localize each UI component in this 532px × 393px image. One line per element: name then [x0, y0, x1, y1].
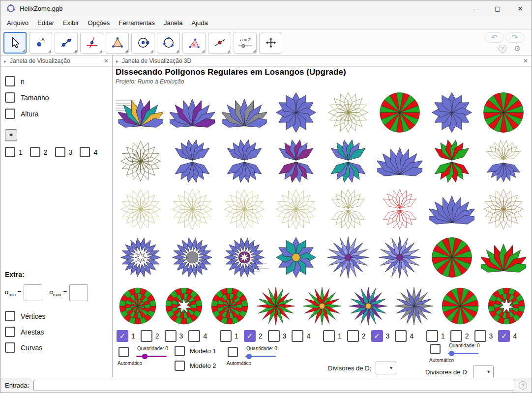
checkbox-group-1: ✓1234	[117, 330, 220, 342]
tool-dropdown-arrow-icon[interactable]	[227, 50, 230, 53]
tool-dropdown-arrow-icon[interactable]	[22, 49, 25, 52]
tool-perpendicular-button[interactable]	[80, 32, 103, 54]
tool-dropdown-arrow-icon[interactable]	[253, 50, 256, 53]
perpendicular-line-icon	[86, 36, 98, 49]
view-checkbox-2-3[interactable]	[268, 330, 280, 342]
entrada-input[interactable]	[33, 380, 514, 391]
modelo-2-checkbox[interactable]	[175, 361, 185, 371]
checkbox-4[interactable]	[80, 147, 90, 157]
figure-wireflower	[222, 187, 267, 232]
checkbox-row-curvas: Curvas	[5, 342, 42, 353]
quantidade-label-1: Quantidade: 0	[137, 346, 168, 351]
undo-button[interactable]: ↶	[484, 32, 504, 43]
tool-dropdown-arrow-icon[interactable]	[74, 50, 77, 53]
figure-stardisc	[486, 285, 527, 327]
view-checkbox-1-2[interactable]	[141, 330, 152, 342]
menu-item-arquivo[interactable]: Arquivo	[2, 17, 33, 28]
alpha-max-label: αmax =	[49, 288, 67, 297]
arestas-checkbox[interactable]	[5, 327, 15, 337]
tool-reflect-button[interactable]	[208, 32, 231, 54]
tool-point-button[interactable]: A	[29, 32, 52, 54]
tool-slider-button[interactable]: a = 2	[234, 32, 257, 54]
curvas-checkbox[interactable]	[5, 342, 15, 353]
menu-item-ferramentas[interactable]: Ferramentas	[114, 17, 159, 28]
quantidade-slider-3[interactable]	[448, 353, 478, 354]
view-checkbox-2-4[interactable]	[292, 330, 303, 342]
checkbox-3[interactable]	[55, 147, 65, 157]
tool-dropdown-arrow-icon[interactable]	[150, 50, 153, 53]
star-button[interactable]: ✶	[5, 129, 17, 141]
view-checkbox-1-3[interactable]	[165, 330, 177, 342]
alpha-max-input[interactable]	[69, 284, 88, 301]
automatico-checkbox-3[interactable]	[430, 344, 441, 354]
menu-item-ajuda[interactable]: Ajuda	[187, 17, 212, 28]
collapse-arrow-icon[interactable]: ▸	[4, 58, 6, 64]
graphics-3d-view[interactable]: Dissecando Polígonos Regulares em Losang…	[113, 67, 532, 378]
settings-gear-button[interactable]: ⚙	[514, 44, 521, 53]
view-checkbox-1-4[interactable]	[188, 330, 200, 342]
menu-item-opcoes[interactable]: Opções	[84, 17, 115, 28]
view-checkbox-3-1[interactable]	[323, 330, 335, 342]
altura-checkbox[interactable]	[5, 109, 15, 119]
close-button[interactable]: ✕	[509, 0, 532, 16]
figure-wireflower	[325, 90, 371, 135]
menu-item-janela[interactable]: Janela	[159, 17, 187, 28]
tool-dropdown-arrow-icon[interactable]	[99, 50, 102, 53]
view-checkbox-4-1[interactable]	[426, 330, 438, 342]
slider-knob[interactable]	[246, 354, 252, 359]
menu-item-editar[interactable]: Editar	[33, 17, 59, 28]
checkbox-number-label: 3	[283, 332, 287, 340]
tool-dropdown-arrow-icon[interactable]	[125, 50, 128, 53]
help-button[interactable]: ?	[499, 45, 506, 53]
vertices-checkbox[interactable]	[5, 311, 15, 321]
alpha-min-input[interactable]	[24, 284, 42, 301]
tool-dropdown-arrow-icon[interactable]	[202, 50, 205, 53]
checkbox-2[interactable]	[30, 147, 40, 157]
checkbox-1[interactable]	[5, 147, 15, 157]
figure-flower	[273, 235, 319, 280]
tool-circle-button[interactable]	[131, 32, 154, 54]
view-checkbox-3-2[interactable]	[347, 330, 359, 342]
divisores-dropdown-2[interactable]: ▼	[473, 365, 494, 378]
slider-knob[interactable]	[142, 354, 148, 359]
view-checkbox-4-4[interactable]: ✓	[498, 330, 510, 342]
automatico-checkbox-2[interactable]	[228, 347, 238, 357]
view-checkbox-4-3[interactable]	[474, 330, 486, 342]
view-checkbox-3-3[interactable]: ✓	[371, 330, 383, 342]
minimize-button[interactable]: –	[464, 0, 486, 16]
extra-label: Extra:	[5, 271, 25, 279]
n-checkbox[interactable]	[5, 76, 15, 86]
slider-knob[interactable]	[449, 351, 454, 356]
app-window: HelixZome.ggb – ▢ ✕ Arquivo Editar Exibi…	[0, 0, 532, 393]
collapse-arrow-icon[interactable]: ▸	[116, 58, 118, 64]
view-checkbox-3-4[interactable]	[395, 330, 407, 342]
tool-polygon-button[interactable]	[106, 32, 129, 54]
quantidade-slider-2[interactable]	[245, 356, 276, 357]
quantidade-slider-1[interactable]	[136, 356, 167, 357]
automatico-checkbox-1[interactable]	[118, 347, 129, 357]
redo-button[interactable]: ↷	[505, 32, 525, 43]
maximize-button[interactable]: ▢	[486, 0, 509, 16]
tool-dropdown-arrow-icon[interactable]	[176, 50, 179, 53]
input-help-icon[interactable]: ?	[519, 381, 527, 390]
tamanho-checkbox[interactable]	[5, 92, 15, 103]
tool-dropdown-arrow-icon[interactable]	[48, 50, 51, 53]
tool-conic-button[interactable]	[157, 32, 180, 54]
view-3d-close-icon[interactable]: ✕	[523, 57, 528, 64]
view-checkbox-2-2[interactable]: ✓	[244, 330, 256, 342]
left-panel-close-icon[interactable]: ✕	[104, 57, 109, 64]
figure-spiky	[377, 235, 422, 280]
checkbox-row-arestas: Arestas	[5, 327, 44, 337]
tool-line-button[interactable]	[55, 32, 78, 54]
modelo-1-checkbox[interactable]	[175, 346, 185, 356]
menu-item-exibir[interactable]: Exibir	[59, 17, 84, 28]
view-checkbox-1-1[interactable]: ✓	[117, 330, 128, 342]
view-checkbox-4-2[interactable]	[450, 330, 462, 342]
tool-angle-button[interactable]: α	[182, 32, 206, 54]
tool-move-button[interactable]	[3, 32, 27, 54]
view-checkbox-2-1[interactable]	[220, 330, 232, 342]
divisores-dropdown-1[interactable]: ▼	[376, 362, 396, 374]
tool-move-view-button[interactable]	[259, 32, 282, 54]
figure-spiky	[255, 285, 296, 327]
figure-pin	[377, 90, 422, 135]
